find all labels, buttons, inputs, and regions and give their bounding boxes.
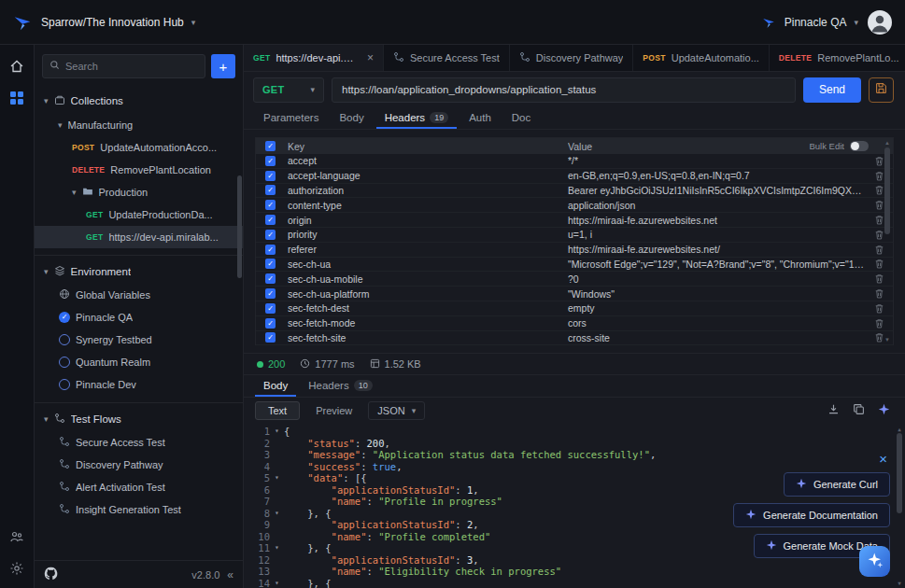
add-new-button[interactable]: + — [211, 54, 235, 78]
url-input[interactable] — [332, 77, 796, 103]
scroll-thumb[interactable] — [897, 433, 902, 513]
header-key[interactable]: accept — [288, 155, 568, 166]
header-key[interactable]: authorization — [288, 185, 568, 196]
workspace-grid-icon[interactable] — [8, 90, 25, 106]
sidebar-env-pinnacle-dev[interactable]: Pinnacle Dev — [35, 373, 243, 396]
request-tab-auth[interactable]: Auth — [460, 107, 500, 129]
headers-scrollbar[interactable]: ▲ ▼ — [883, 139, 892, 344]
header-value[interactable]: u=1, i — [568, 229, 865, 240]
ai-assistant-fab[interactable] — [859, 546, 890, 577]
close-ai-suggestions-icon[interactable]: × — [879, 452, 887, 466]
header-value[interactable]: empty — [568, 302, 865, 314]
header-value[interactable]: cross-site — [568, 332, 865, 343]
home-icon[interactable] — [8, 58, 25, 75]
tab-secure-access-test[interactable]: Secure Access Test — [384, 45, 510, 71]
copy-icon[interactable] — [853, 403, 865, 418]
github-icon[interactable] — [44, 567, 58, 583]
row-checkbox[interactable]: ✓ — [265, 230, 276, 240]
download-icon[interactable] — [827, 403, 840, 418]
header-value[interactable]: https://miraai-fe.azurewebsites.net/ — [568, 244, 865, 255]
sidebar-folder-manufacturing[interactable]: ▾Manufacturing — [35, 114, 243, 136]
fold-icon[interactable]: ▾ — [270, 426, 284, 438]
row-checkbox[interactable]: ✓ — [265, 185, 276, 195]
row-checkbox[interactable]: ✓ — [265, 303, 276, 314]
header-value[interactable]: Bearer eyJhbGciOiJSUzI1NiIsInR5cCI6IkpXV… — [568, 185, 865, 196]
sidebar-flow-alert-activation-test[interactable]: Alert Activation Test — [35, 476, 243, 498]
generate-documentation-button[interactable]: Generate Documentation — [733, 503, 890, 527]
preview-view-button[interactable]: Preview — [307, 402, 361, 419]
sidebar-section-environment[interactable]: ▾Environment — [35, 255, 243, 284]
sidebar-section-test-flows[interactable]: ▾Test Flows — [35, 402, 243, 431]
row-checkbox[interactable]: ✓ — [265, 215, 276, 225]
bulk-edit-toggle[interactable] — [850, 141, 869, 151]
request-tab-headers[interactable]: Headers19 — [376, 107, 457, 129]
search-input[interactable] — [65, 61, 198, 72]
row-checkbox[interactable]: ✓ — [265, 288, 276, 299]
radio-unselected-icon[interactable] — [59, 357, 70, 368]
row-checkbox[interactable]: ✓ — [265, 245, 276, 255]
sidebar-flow-secure-access-test[interactable]: Secure Access Test — [35, 431, 243, 454]
row-checkbox[interactable]: ✓ — [265, 171, 276, 181]
response-tab-body[interactable]: Body — [255, 375, 296, 397]
fold-icon[interactable]: ▾ — [270, 542, 284, 554]
header-key[interactable]: sec-fetch-site — [288, 332, 568, 343]
header-key[interactable]: priority — [288, 229, 568, 240]
save-request-button[interactable] — [869, 77, 894, 103]
tab-https-dev-api-mir[interactable]: GEThttps://dev-api.mir...× — [244, 45, 384, 71]
header-value[interactable]: */* — [568, 155, 865, 166]
row-checkbox[interactable]: ✓ — [265, 156, 276, 166]
tab-discovery-pathway[interactable]: Discovery Pathway — [510, 45, 634, 71]
row-checkbox[interactable]: ✓ — [265, 273, 276, 284]
ai-sparkle-icon[interactable] — [878, 403, 890, 418]
header-key[interactable]: sec-fetch-dest — [288, 302, 568, 314]
header-value[interactable]: "Windows" — [568, 288, 865, 300]
code-scrollbar[interactable]: ▲ ▼ — [895, 425, 904, 587]
scroll-track[interactable] — [897, 433, 902, 579]
header-key[interactable]: content-type — [288, 200, 568, 211]
method-select[interactable]: GET ▾ — [253, 77, 324, 103]
tab-removeplantlo[interactable]: DELETERemovePlantLo... — [770, 45, 905, 71]
row-checkbox[interactable]: ✓ — [265, 259, 276, 269]
row-checkbox[interactable]: ✓ — [265, 332, 276, 343]
header-value[interactable]: application/json — [568, 200, 865, 211]
sidebar-flow-insight-generation-test[interactable]: Insight Generation Test — [35, 498, 243, 521]
fold-icon[interactable]: ▾ — [270, 472, 284, 484]
scroll-up-icon[interactable]: ▲ — [884, 139, 890, 147]
scroll-down-icon[interactable]: ▼ — [898, 579, 901, 587]
user-avatar[interactable] — [868, 10, 892, 35]
community-icon[interactable] — [8, 528, 25, 545]
workspace-switcher[interactable]: Sparrow/The Innovation Hub ▾ — [41, 16, 195, 29]
row-checkbox[interactable]: ✓ — [265, 200, 276, 210]
radio-unselected-icon[interactable] — [59, 379, 70, 390]
generate-curl-button[interactable]: Generate Curl — [784, 472, 890, 497]
sidebar-env-pinnacle-qa[interactable]: ✓Pinnacle QA — [35, 306, 243, 329]
header-key[interactable]: sec-ch-ua-platform — [288, 288, 568, 300]
row-checkbox[interactable]: ✓ — [265, 318, 276, 329]
scroll-thumb[interactable] — [884, 147, 890, 234]
radio-unselected-icon[interactable] — [59, 334, 70, 345]
sidebar-request-removeplantlocation[interactable]: DELETERemovePlantLocation — [35, 159, 243, 181]
active-workspace-selector[interactable]: Pinnacle QA ▾ — [785, 16, 858, 29]
sidebar-env-global-variables[interactable]: Global Variables — [35, 284, 243, 306]
collapse-sidebar-button[interactable]: « — [227, 568, 233, 581]
select-all-checkbox[interactable]: ✓ — [265, 141, 276, 151]
fold-icon[interactable]: ▾ — [270, 508, 284, 520]
sidebar-request-https-dev-api-miralab[interactable]: GEThttps://dev-api.miralab... — [35, 226, 243, 248]
sidebar-section-collections[interactable]: ▾Collections — [35, 88, 243, 114]
fold-icon[interactable]: ▾ — [270, 578, 284, 588]
response-tab-headers[interactable]: Headers10 — [300, 375, 380, 397]
sidebar-request-updateautomationacco[interactable]: POSTUpdateAutomationAcco... — [35, 136, 243, 159]
request-tab-parameters[interactable]: Parameters — [255, 107, 327, 129]
header-key[interactable]: accept-language — [288, 170, 568, 181]
scroll-up-icon[interactable]: ▲ — [898, 425, 901, 433]
sidebar-folder-production[interactable]: ▾Production — [35, 181, 243, 203]
text-view-button[interactable]: Text — [255, 401, 300, 420]
tab-updateautomatio[interactable]: POSTUpdateAutomatio... — [633, 45, 770, 71]
header-value[interactable]: en-GB,en;q=0.9,en-US;q=0.8,en-IN;q=0.7 — [568, 170, 865, 181]
header-value[interactable]: https://miraai-fe.azurewebsites.net — [568, 215, 865, 226]
header-value[interactable]: "Microsoft Edge";v="129", "Not=A?Brand";… — [568, 259, 865, 270]
sidebar-scrollbar[interactable] — [237, 175, 242, 278]
sidebar-env-quantum-realm[interactable]: Quantum Realm — [35, 351, 243, 373]
radio-selected-icon[interactable]: ✓ — [59, 312, 70, 323]
scroll-track[interactable] — [884, 147, 890, 336]
